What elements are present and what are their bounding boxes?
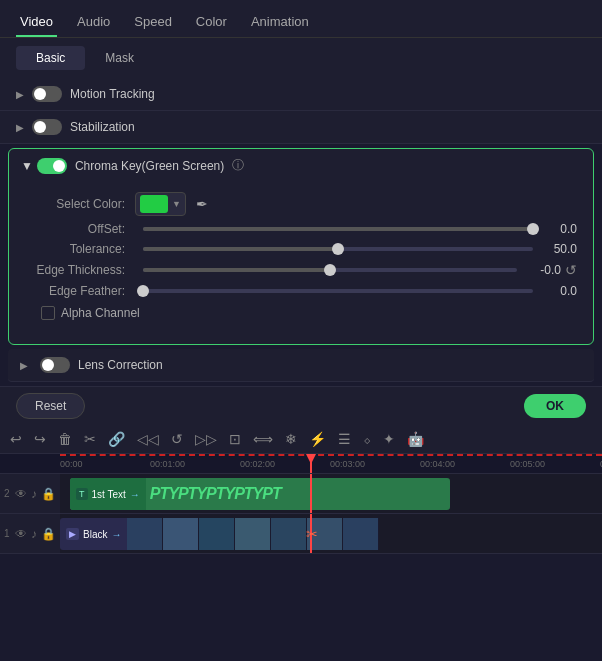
stabilization-toggle[interactable]	[32, 119, 62, 135]
speed-icon[interactable]: ⚡	[307, 429, 328, 449]
clip-name-label: Black	[83, 529, 107, 540]
clip-text-content: PTYPTYPTYPTYPT	[146, 485, 285, 503]
chroma-key-body: Select Color: ▼ ✒ OffSet: 0.0 Tolerance:	[9, 182, 593, 332]
stabilization-label: Stabilization	[70, 120, 135, 134]
next-frame-icon[interactable]: ▷▷	[193, 429, 219, 449]
offset-label: OffSet:	[25, 222, 135, 236]
chevron-right-icon: ▶	[16, 122, 24, 133]
clip-arrow-icon: →	[130, 489, 140, 500]
redo-icon[interactable]: ↪	[32, 429, 48, 449]
red-dashed-line	[60, 454, 602, 456]
track-controls-1: 1 👁 ♪ 🔒	[0, 514, 60, 553]
timeline-ruler: 00:00 00:01:00 00:02:00 00:03:00 00:04:0…	[0, 454, 602, 474]
track-content-1[interactable]: ▶ Black → ✂	[60, 514, 602, 553]
track-row-1: 1 👁 ♪ 🔒 ▶ Black →	[0, 514, 602, 554]
sub-tabs: Basic Mask	[0, 38, 602, 78]
chevron-down-icon: ▼	[21, 159, 33, 173]
tolerance-slider[interactable]	[143, 247, 533, 251]
clip-arrow-icon: →	[111, 529, 121, 540]
frame-thumb	[127, 518, 163, 550]
track-content-2[interactable]: T 1st Text → PTYPTYPTYPTYPT	[60, 474, 602, 513]
crop-icon[interactable]: ⊡	[227, 429, 243, 449]
top-tabs: Video Audio Speed Color Animation	[0, 0, 602, 38]
keyframe-icon[interactable]: ⬦	[361, 429, 373, 449]
track-playhead-2	[310, 474, 312, 513]
motion-tracking-label: Motion Tracking	[70, 87, 155, 101]
chroma-key-label: Chroma Key(Green Screen)	[75, 159, 224, 173]
cut-icon[interactable]: ✂	[82, 429, 98, 449]
text-clip[interactable]: T 1st Text → PTYPTYPTYPTYPT	[70, 478, 450, 510]
tab-color[interactable]: Color	[192, 8, 231, 37]
tab-basic[interactable]: Basic	[16, 46, 85, 70]
visibility-icon[interactable]: 👁	[15, 527, 27, 541]
alpha-channel-checkbox[interactable]	[41, 306, 55, 320]
clip-frames	[127, 518, 379, 550]
offset-row: OffSet: 0.0	[25, 222, 577, 236]
track-number-1: 1	[4, 528, 11, 539]
lens-correction-row[interactable]: ▶ Lens Correction	[8, 349, 594, 382]
tab-video[interactable]: Video	[16, 8, 57, 37]
edge-feather-slider[interactable]	[143, 289, 533, 293]
frame-thumb	[271, 518, 307, 550]
lock-icon[interactable]: 🔒	[41, 527, 56, 541]
chroma-key-section: ▼ Chroma Key(Green Screen) ⓘ Select Colo…	[8, 148, 594, 345]
list-icon[interactable]: ☰	[336, 429, 353, 449]
toggle-knob	[34, 121, 46, 133]
audio-icon[interactable]: ♪	[31, 527, 37, 541]
tab-mask[interactable]: Mask	[85, 46, 154, 70]
split-icon[interactable]: ⟺	[251, 429, 275, 449]
toggle-knob	[53, 160, 65, 172]
chroma-key-header[interactable]: ▼ Chroma Key(Green Screen) ⓘ	[9, 149, 593, 182]
lens-correction-label: Lens Correction	[78, 358, 163, 372]
tab-audio[interactable]: Audio	[73, 8, 114, 37]
delete-icon[interactable]: 🗑	[56, 429, 74, 449]
action-bar: Reset OK	[0, 386, 602, 425]
chevron-right-icon: ▶	[20, 360, 28, 371]
edge-thickness-row: Edge Thickness: -0.0 ↺	[25, 262, 577, 278]
track-number-2: 2	[4, 488, 11, 499]
ok-button[interactable]: OK	[524, 394, 586, 418]
motion-tracking-toggle[interactable]	[32, 86, 62, 102]
edge-feather-label: Edge Feather:	[25, 284, 135, 298]
reset-button[interactable]: Reset	[16, 393, 85, 419]
frame-thumb	[199, 518, 235, 550]
effect-icon[interactable]: ✦	[381, 429, 397, 449]
prev-frame-icon[interactable]: ◁◁	[135, 429, 161, 449]
undo-icon[interactable]: ↩	[8, 429, 24, 449]
freeze-icon[interactable]: ❄	[283, 429, 299, 449]
stabilization-row[interactable]: ▶ Stabilization	[0, 111, 602, 144]
dropdown-arrow-icon: ▼	[172, 199, 181, 209]
clip-label-text: T 1st Text →	[70, 478, 146, 510]
play-icon[interactable]: ↺	[169, 429, 185, 449]
motion-tracking-row[interactable]: ▶ Motion Tracking	[0, 78, 602, 111]
edge-thickness-slider[interactable]	[143, 268, 517, 272]
tab-speed[interactable]: Speed	[130, 8, 176, 37]
scissors-icon: ✂	[306, 526, 318, 542]
lens-correction-toggle[interactable]	[40, 357, 70, 373]
clip-name-label: 1st Text	[92, 489, 126, 500]
lock-icon[interactable]: 🔒	[41, 487, 56, 501]
color-swatch-button[interactable]: ▼	[135, 192, 186, 216]
info-icon[interactable]: ⓘ	[232, 157, 244, 174]
ruler-mark: 00:01:00	[150, 459, 240, 469]
audio-icon[interactable]: ♪	[31, 487, 37, 501]
ai-icon[interactable]: 🤖	[405, 429, 426, 449]
playhead-ruler	[310, 454, 312, 473]
select-color-row: Select Color: ▼ ✒	[25, 192, 577, 216]
ruler-mark: 00:03:00	[330, 459, 420, 469]
chroma-key-toggle[interactable]	[37, 158, 67, 174]
eyedropper-button[interactable]: ✒	[192, 194, 212, 214]
frame-thumb	[343, 518, 379, 550]
alpha-channel-row: Alpha Channel	[41, 306, 561, 320]
select-color-label: Select Color:	[25, 197, 135, 211]
tolerance-row: Tolerance: 50.0	[25, 242, 577, 256]
edge-thickness-reset-icon[interactable]: ↺	[565, 262, 577, 278]
timeline-toolbar: ↩ ↪ 🗑 ✂ 🔗 ◁◁ ↺ ▷▷ ⊡ ⟺ ❄ ⚡ ☰ ⬦ ✦ 🤖	[0, 425, 602, 454]
clip-label-video: ▶ Black →	[60, 518, 127, 550]
link-icon[interactable]: 🔗	[106, 429, 127, 449]
visibility-icon[interactable]: 👁	[15, 487, 27, 501]
tab-animation[interactable]: Animation	[247, 8, 313, 37]
offset-slider[interactable]	[143, 227, 533, 231]
edge-thickness-label: Edge Thickness:	[25, 263, 135, 277]
ruler-mark: 00:00	[60, 459, 150, 469]
